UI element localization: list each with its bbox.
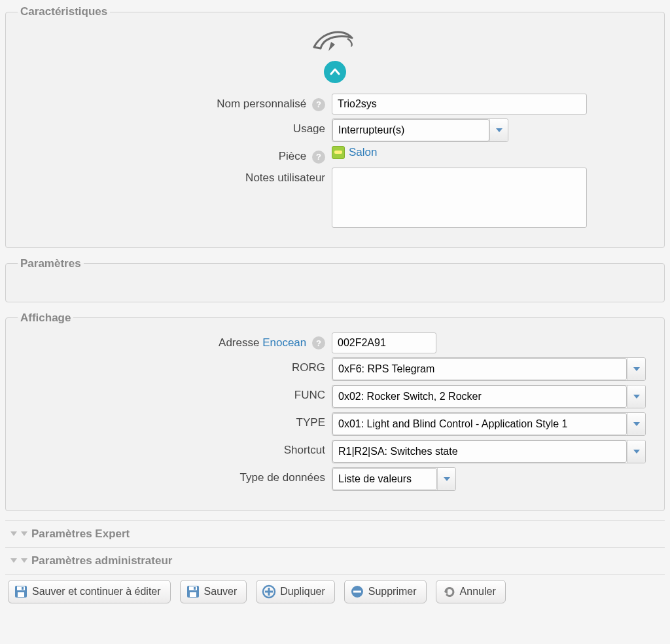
duplicate-icon — [262, 584, 276, 599]
characteristics-legend: Caractéristiques — [18, 5, 110, 18]
chevron-down-icon — [633, 450, 640, 454]
parameters-legend: Paramètres — [18, 257, 84, 270]
button-label: Dupliquer — [280, 586, 325, 598]
device-logo-wrap — [18, 26, 652, 83]
usage-value[interactable] — [332, 119, 489, 141]
duplicate-button[interactable]: Dupliquer — [256, 580, 334, 603]
datatype-select[interactable] — [332, 467, 456, 491]
shortcut-dropdown-trigger[interactable] — [627, 440, 645, 463]
shortcut-select[interactable] — [332, 440, 646, 463]
collapse-button[interactable] — [324, 61, 346, 83]
name-input[interactable] — [332, 94, 587, 115]
save-icon — [14, 584, 28, 599]
button-label: Sauver — [204, 586, 238, 598]
button-label: Sauver et continuer à éditer — [32, 586, 161, 598]
expert-section-toggle[interactable]: Paramètres Expert — [5, 521, 665, 547]
chevron-down-icon — [10, 531, 17, 536]
chevron-up-icon — [329, 66, 341, 78]
save-button[interactable]: Sauver — [180, 580, 247, 603]
chevron-down-icon — [10, 558, 17, 563]
rorg-value[interactable] — [332, 358, 627, 380]
datatype-dropdown-trigger[interactable] — [437, 468, 455, 490]
func-value[interactable] — [332, 385, 627, 408]
svg-rect-12 — [353, 590, 361, 592]
delete-icon — [350, 584, 364, 599]
chevron-down-icon — [21, 531, 27, 536]
button-bar: Sauver et continuer à éditer Sauver Dupl… — [5, 575, 665, 609]
rorg-dropdown-trigger[interactable] — [627, 358, 645, 380]
usage-label: Usage — [18, 118, 332, 135]
address-label: Adresse Enocean ? — [18, 332, 332, 350]
chevron-down-icon — [444, 477, 450, 481]
usage-select[interactable] — [332, 118, 508, 142]
help-icon[interactable]: ? — [312, 98, 325, 111]
shortcut-label: Shortcut — [18, 440, 332, 457]
type-select[interactable] — [332, 412, 646, 436]
chevron-down-icon — [21, 558, 27, 563]
characteristics-section: Caractéristiques Nom personnalisé ? Usag… — [5, 5, 665, 248]
type-value[interactable] — [332, 413, 627, 435]
func-dropdown-trigger[interactable] — [627, 385, 645, 408]
button-label: Supprimer — [368, 586, 417, 598]
name-label: Nom personnalisé ? — [18, 94, 332, 111]
svg-rect-5 — [189, 586, 197, 590]
notes-textarea[interactable] — [332, 168, 587, 228]
save-continue-button[interactable]: Sauver et continuer à éditer — [8, 580, 171, 603]
rorg-select[interactable] — [332, 357, 646, 381]
datatype-label: Type de données — [18, 467, 332, 484]
save-icon — [186, 584, 200, 599]
room-label: Pièce ? — [18, 146, 332, 164]
help-icon[interactable]: ? — [312, 151, 325, 164]
svg-rect-2 — [18, 592, 24, 597]
expert-section-label: Paramètres Expert — [31, 528, 130, 541]
room-icon — [332, 146, 345, 159]
button-label: Annuler — [460, 586, 496, 598]
admin-section-label: Paramètres administrateur — [31, 554, 172, 567]
enocean-link[interactable]: Enocean — [262, 336, 306, 349]
display-section: Affichage Adresse Enocean ? RORG FUNC TY — [5, 312, 665, 511]
datatype-value[interactable] — [332, 468, 437, 490]
type-label: TYPE — [18, 412, 332, 429]
shortcut-value[interactable] — [332, 440, 627, 463]
usage-dropdown-trigger[interactable] — [489, 119, 508, 141]
rorg-label: RORG — [18, 357, 332, 374]
svg-rect-10 — [265, 590, 273, 592]
func-select[interactable] — [332, 385, 646, 408]
chevron-down-icon — [633, 367, 640, 371]
svg-rect-7 — [194, 587, 196, 590]
parameters-section: Paramètres — [5, 257, 665, 302]
delete-button[interactable]: Supprimer — [344, 580, 427, 603]
room-link[interactable]: Salon — [349, 146, 377, 159]
chevron-down-icon — [633, 422, 640, 426]
type-dropdown-trigger[interactable] — [627, 413, 645, 435]
chevron-down-icon — [496, 128, 502, 132]
chevron-down-icon — [633, 395, 640, 399]
func-label: FUNC — [18, 385, 332, 402]
enocean-address-input[interactable] — [332, 332, 436, 353]
admin-section-toggle[interactable]: Paramètres administrateur — [5, 548, 665, 574]
display-legend: Affichage — [18, 312, 73, 325]
help-icon[interactable]: ? — [312, 336, 325, 349]
svg-rect-6 — [190, 592, 196, 597]
cancel-button[interactable]: Annuler — [436, 580, 506, 603]
notes-label: Notes utilisateur — [18, 168, 332, 185]
svg-rect-1 — [17, 586, 25, 590]
dolphin-icon — [309, 26, 361, 62]
undo-icon — [442, 584, 456, 599]
svg-rect-3 — [22, 587, 24, 590]
